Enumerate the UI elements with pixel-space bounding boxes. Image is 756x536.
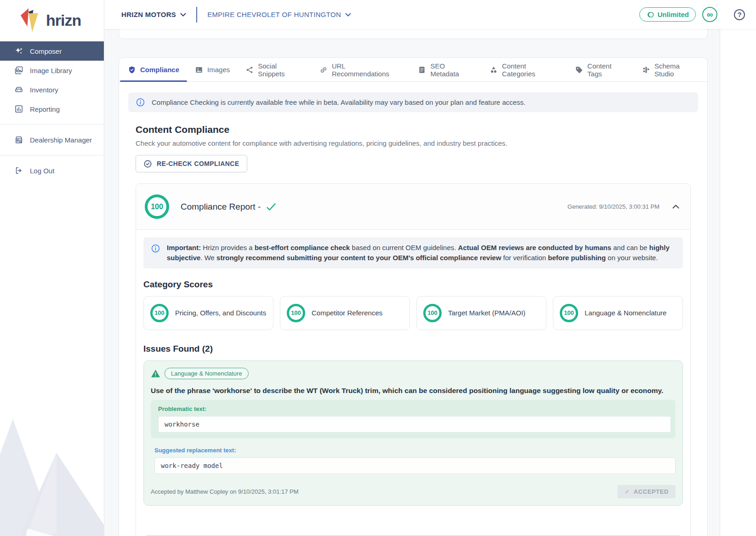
brand-logo[interactable]: hrizn: [0, 0, 104, 40]
overall-score-ring: 100: [145, 194, 169, 219]
tab-label: SEO Metadata: [430, 62, 474, 78]
suggested-text-section: Suggested replacement text: work-ready m…: [151, 447, 676, 474]
category-card-pricing: 100 Pricing, Offers, and Discounts: [143, 296, 273, 330]
decorative-mountains: [0, 377, 104, 536]
sidebar-item-inventory[interactable]: Inventory: [0, 80, 104, 99]
tab-label: Content Categories: [502, 62, 559, 78]
sidebar: hrizn Composer: [0, 0, 104, 536]
hrizn-logo-icon: [17, 7, 41, 33]
shield-check-icon: [128, 66, 136, 74]
category-scores-title: Category Scores: [143, 279, 683, 290]
unlimited-infinity-button[interactable]: ∞: [702, 7, 717, 22]
category-label: Language & Nomenclature: [585, 309, 666, 317]
issues-found-title: Issues Found (2): [143, 344, 683, 354]
sidebar-item-log-out[interactable]: Log Out: [0, 161, 104, 180]
suggested-text-field[interactable]: work-ready model: [154, 457, 676, 474]
tab-url-recommendations[interactable]: URL Recommendations: [312, 58, 410, 81]
recheck-button-label: RE-CHECK COMPLIANCE: [157, 160, 239, 167]
org-name: HRIZN MOTORS: [121, 11, 176, 18]
tab-label: Content Tags: [587, 62, 626, 78]
app-root: hrizn Composer: [0, 0, 756, 536]
bar-chart-icon: [14, 104, 23, 114]
sidebar-nav: Composer Image Library: [0, 41, 104, 180]
content-compliance-section: Content Compliance Check your automotive…: [119, 112, 707, 536]
recheck-compliance-button[interactable]: RE-CHECK COMPLIANCE: [136, 155, 247, 172]
beta-info-banner: Compliance Checking is currently availab…: [128, 92, 698, 112]
question-mark-icon: ?: [737, 11, 741, 18]
sidebar-divider: [0, 155, 104, 155]
shapes-icon: [489, 66, 498, 74]
category-score-ring: 100: [287, 304, 305, 322]
tab-content-tags[interactable]: Content Tags: [567, 58, 634, 81]
category-score-ring: 100: [423, 304, 442, 322]
problematic-text-field[interactable]: workhorse: [158, 416, 671, 433]
page-title: Content Compliance: [136, 124, 691, 135]
tab-label: Compliance: [140, 66, 179, 74]
tab-label: Images: [207, 66, 230, 74]
plan-badge-label: Unlimited: [658, 11, 689, 18]
issue-header: Language & Nomenclature: [151, 368, 676, 379]
sidebar-item-reporting[interactable]: Reporting: [0, 99, 104, 119]
sidebar-item-label: Reporting: [30, 105, 60, 113]
dealership-selector[interactable]: EMPIRE CHEVROLET OF HUNTINGTON: [207, 11, 351, 18]
tab-images[interactable]: Images: [187, 58, 238, 81]
link-icon: [319, 66, 328, 74]
check-icon: ✓: [625, 488, 630, 495]
tab-seo-metadata[interactable]: SEO Metadata: [410, 58, 482, 81]
report-meta: Generated: 9/10/2025, 3:00:31 PM: [568, 203, 679, 210]
sidebar-item-label: Dealership Manager: [30, 136, 92, 144]
plan-badge[interactable]: Unlimited: [639, 7, 696, 22]
accepted-button-label: ACCEPTED: [634, 488, 669, 495]
issue-footer: Accepted by Matthew Copley on 9/10/2025,…: [151, 485, 676, 498]
top-bar-actions: Unlimited ∞ ?: [639, 7, 745, 22]
document-icon: [418, 66, 426, 74]
sidebar-item-label: Log Out: [30, 167, 54, 175]
sidebar-item-image-library[interactable]: Image Library: [0, 61, 104, 80]
storefront-icon: [14, 135, 23, 144]
image-icon: [195, 66, 203, 74]
category-scores-row: 100 Pricing, Offers, and Discounts 100 C…: [143, 296, 683, 330]
report-title: Compliance Report -: [181, 202, 276, 212]
issue-category-badge: Language & Nomenclature: [165, 368, 249, 379]
issue-card: Language & Nomenclature Use of the phras…: [143, 360, 683, 506]
report-generated-timestamp: Generated: 9/10/2025, 3:00:31 PM: [568, 203, 659, 210]
overall-score-value: 100: [151, 203, 163, 211]
top-bar: HRIZN MOTORS EMPIRE CHEVROLET OF HUNTING…: [104, 0, 756, 29]
category-label: Pricing, Offers, and Discounts: [175, 309, 266, 317]
org-selector[interactable]: HRIZN MOTORS: [121, 11, 186, 18]
tab-compliance[interactable]: Compliance: [120, 58, 187, 81]
car-icon: [14, 85, 23, 94]
category-card-target-market: 100 Target Market (PMA/AOI): [416, 296, 546, 330]
category-card-language: 100 Language & Nomenclature: [553, 296, 683, 330]
important-disclaimer-text: Important: Hrizn provides a best-effort …: [167, 243, 676, 263]
page-subtitle: Check your automotive content for compli…: [136, 139, 691, 147]
sidebar-item-dealership-manager[interactable]: Dealership Manager: [0, 130, 104, 149]
check-icon: [266, 203, 276, 211]
sidebar-item-label: Composer: [30, 47, 62, 55]
scroll-gutter[interactable]: [720, 29, 756, 536]
share-icon: [245, 66, 254, 74]
problematic-text-section: Problematic text: workhorse: [151, 400, 676, 438]
sidebar-divider: [0, 124, 104, 125]
help-button[interactable]: ?: [734, 9, 745, 20]
issue-description: Use of the phrase 'workhorse' to describ…: [151, 386, 676, 396]
logout-icon: [14, 166, 23, 175]
sparkles-icon: [14, 46, 23, 56]
accepted-button[interactable]: ✓ ACCEPTED: [618, 485, 676, 498]
report-header[interactable]: 100 Compliance Report - Generated: 9/10/…: [136, 184, 690, 230]
tab-content-categories[interactable]: Content Categories: [482, 58, 567, 81]
header-divider: [196, 7, 197, 23]
previous-card-partial: [119, 29, 708, 39]
tab-schema-studio[interactable]: Schema Studio: [634, 58, 707, 81]
sidebar-item-composer[interactable]: Composer: [0, 41, 104, 61]
compliance-report-card: 100 Compliance Report - Generated: 9/10/…: [136, 183, 691, 536]
sidebar-item-label: Image Library: [30, 67, 72, 74]
beta-banner-text: Compliance Checking is currently availab…: [152, 98, 526, 106]
main-area: HRIZN MOTORS EMPIRE CHEVROLET OF HUNTING…: [104, 0, 756, 536]
chevron-down-icon: [345, 13, 351, 17]
tab-social-snippets[interactable]: Social Snippets: [238, 58, 312, 81]
brand-name: hrizn: [46, 11, 81, 29]
infinity-icon: ∞: [707, 10, 713, 20]
chevron-up-icon[interactable]: [672, 205, 679, 209]
content-area: Compliance Images Social Snippets: [104, 29, 756, 536]
